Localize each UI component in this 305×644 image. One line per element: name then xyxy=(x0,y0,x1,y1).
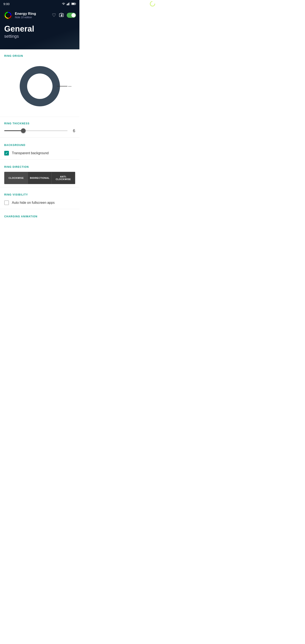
camera-button[interactable] xyxy=(59,13,64,18)
auto-hide-row: Auto hide on fullscreen apps xyxy=(4,200,75,206)
ring-origin-container: — xyxy=(4,61,75,114)
charging-animation-label: CHARGING ANIMATION xyxy=(4,215,75,218)
status-time: 9:00 xyxy=(4,2,10,6)
ring-thickness-section: RING THICKNESS 6 xyxy=(0,118,80,137)
donut-line xyxy=(57,86,67,86)
app-bar-left: Energy Ring Note 10 edition xyxy=(4,10,36,20)
donut-dash: — xyxy=(68,84,72,88)
main-toggle[interactable] xyxy=(67,13,76,18)
app-name: Energy Ring xyxy=(15,12,36,16)
header: Energy Ring Note 10 edition ♡ General se… xyxy=(0,8,80,52)
toggle-knob xyxy=(72,13,76,17)
svg-rect-4 xyxy=(69,2,70,5)
svg-point-13 xyxy=(6,13,10,17)
divider-2 xyxy=(0,138,80,138)
slider-fill xyxy=(4,130,23,131)
bidirectional-button[interactable]: BIDIRECTIONAL xyxy=(28,172,52,184)
donut-svg xyxy=(16,63,63,110)
ring-visibility-label: RING VISIBILITY xyxy=(4,193,75,196)
background-label: BACKGROUND xyxy=(4,144,75,146)
app-bar-actions: ♡ xyxy=(52,12,76,18)
app-edition: Note 10 edition xyxy=(15,16,36,19)
page-title: General xyxy=(4,24,76,34)
favorite-button[interactable]: ♡ xyxy=(52,12,56,18)
battery-icon xyxy=(72,2,76,5)
svg-rect-7 xyxy=(72,3,75,5)
ring-visibility-section: RING VISIBILITY Auto hide on fullscreen … xyxy=(0,188,80,208)
divider-1 xyxy=(0,117,80,117)
slider-row: 6 xyxy=(4,128,75,133)
donut-indicator: — xyxy=(57,84,72,88)
status-bar: 9:00 xyxy=(0,0,80,8)
transparent-bg-checkbox[interactable]: ✓ xyxy=(4,151,9,156)
divider-3 xyxy=(0,159,80,160)
svg-rect-3 xyxy=(68,3,69,5)
svg-rect-2 xyxy=(68,4,68,5)
app-title: Energy Ring Note 10 edition xyxy=(15,12,36,19)
status-icons xyxy=(62,2,76,5)
svg-rect-6 xyxy=(76,4,76,4)
slider-thumb[interactable] xyxy=(21,128,26,133)
anti-clockwise-button[interactable]: ANTI-CLOCKWISE xyxy=(52,172,75,184)
transparent-bg-label: Transparent background xyxy=(12,151,49,155)
transparent-bg-row: ✓ Transparent background xyxy=(4,150,75,156)
svg-point-16 xyxy=(27,74,52,99)
auto-hide-label: Auto hide on fullscreen apps xyxy=(12,201,55,205)
svg-point-14 xyxy=(61,14,62,16)
ring-direction-section: RING DIRECTION CLOCKWISE BIDIRECTIONAL A… xyxy=(0,160,80,186)
ring-origin-section: RING ORIGIN — xyxy=(0,49,80,116)
page-title-section: General settings xyxy=(4,22,76,39)
background-section: BACKGROUND ✓ Transparent background xyxy=(0,138,80,158)
clockwise-button[interactable]: CLOCKWISE xyxy=(4,172,28,184)
signal-icon xyxy=(67,2,70,5)
slider-value: 6 xyxy=(70,128,75,133)
thickness-slider[interactable] xyxy=(4,130,68,131)
direction-buttons: CLOCKWISE BIDIRECTIONAL ANTI-CLOCKWISE xyxy=(4,172,75,184)
auto-hide-checkbox[interactable] xyxy=(4,200,9,205)
main-content: RING ORIGIN — RING THICKNE xyxy=(0,49,80,232)
page-subtitle: settings xyxy=(4,34,76,39)
ring-origin-label: RING ORIGIN xyxy=(4,54,75,58)
checkbox-check-icon: ✓ xyxy=(5,152,8,155)
ring-direction-label: RING DIRECTION xyxy=(4,166,75,168)
logo-ring-icon xyxy=(4,11,12,20)
app-bar: Energy Ring Note 10 edition ♡ xyxy=(4,10,76,22)
ring-thickness-label: RING THICKNESS xyxy=(4,122,75,125)
charging-animation-section: CHARGING ANIMATION xyxy=(0,210,80,224)
wifi-icon xyxy=(62,2,66,5)
app-logo xyxy=(4,10,13,20)
ring-origin-donut[interactable]: — xyxy=(16,63,63,110)
divider-4 xyxy=(0,187,80,187)
svg-rect-1 xyxy=(67,4,67,5)
